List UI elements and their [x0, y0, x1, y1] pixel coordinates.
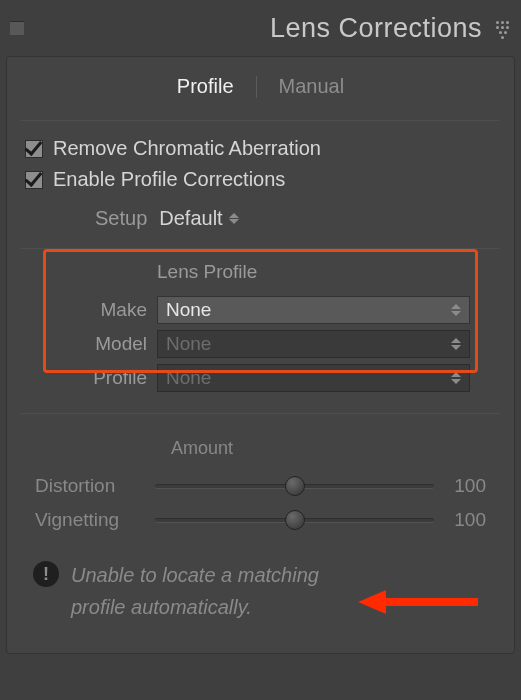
- distortion-slider[interactable]: [155, 475, 434, 497]
- profile-value: None: [166, 367, 211, 389]
- model-value: None: [166, 333, 211, 355]
- panel-body: Profile Manual Remove Chromatic Aberrati…: [6, 56, 515, 654]
- model-dropdown[interactable]: None: [157, 330, 470, 358]
- make-value: None: [166, 299, 211, 321]
- distortion-label: Distortion: [35, 475, 143, 497]
- lens-profile-title: Lens Profile: [51, 259, 470, 293]
- slider-thumb[interactable]: [285, 510, 305, 530]
- vignetting-slider[interactable]: [155, 509, 434, 531]
- distortion-value[interactable]: 100: [446, 475, 486, 497]
- setup-row: Setup Default: [25, 195, 496, 248]
- svg-marker-1: [358, 590, 386, 614]
- make-row: Make None: [51, 293, 470, 327]
- model-label: Model: [51, 333, 147, 355]
- slider-thumb[interactable]: [285, 476, 305, 496]
- tab-manual[interactable]: Manual: [275, 75, 349, 98]
- panel-header: Lens Corrections: [0, 0, 521, 56]
- vignetting-value[interactable]: 100: [446, 509, 486, 531]
- vignetting-row: Vignetting 100: [35, 503, 486, 537]
- setup-dropdown[interactable]: Default: [159, 207, 238, 230]
- divider: [21, 413, 500, 414]
- model-row: Model None: [51, 327, 470, 361]
- panel-title: Lens Corrections: [24, 13, 482, 44]
- stepper-icon: [229, 213, 239, 224]
- vignetting-label: Vignetting: [35, 509, 143, 531]
- profile-label: Profile: [51, 367, 147, 389]
- lens-profile-section: Lens Profile Make None Model None Profil…: [51, 259, 470, 395]
- stepper-icon: [451, 338, 461, 350]
- profile-row: Profile None: [51, 361, 470, 395]
- profile-dropdown[interactable]: None: [157, 364, 470, 392]
- amount-title: Amount: [35, 438, 486, 459]
- setup-label: Setup: [95, 207, 147, 230]
- panel-disclosure-icon[interactable]: [10, 21, 24, 35]
- make-label: Make: [51, 299, 147, 321]
- checkbox-section: Remove Chromatic Aberration Enable Profi…: [7, 121, 514, 248]
- tab-separator: [256, 76, 257, 98]
- checkmark-icon: [25, 171, 43, 189]
- distortion-row: Distortion 100: [35, 469, 486, 503]
- enable-profile-checkbox-row[interactable]: Enable Profile Corrections: [25, 164, 496, 195]
- tab-profile[interactable]: Profile: [173, 75, 238, 98]
- stepper-icon: [451, 372, 461, 384]
- annotation-arrow-icon: [358, 587, 478, 617]
- enable-profile-label: Enable Profile Corrections: [53, 168, 285, 191]
- warning-row: ! Unable to locate a matching profile au…: [33, 559, 486, 623]
- amount-section: Amount Distortion 100 Vignetting 100: [35, 438, 486, 537]
- checkmark-icon: [25, 140, 43, 158]
- tab-row: Profile Manual: [7, 57, 514, 120]
- remove-chroma-checkbox-row[interactable]: Remove Chromatic Aberration: [25, 133, 496, 164]
- stepper-icon: [451, 304, 461, 316]
- setup-value: Default: [159, 207, 222, 230]
- divider: [21, 248, 500, 249]
- warning-text: Unable to locate a matching profile auto…: [71, 559, 371, 623]
- remove-chroma-label: Remove Chromatic Aberration: [53, 137, 321, 160]
- make-dropdown[interactable]: None: [157, 296, 470, 324]
- warning-icon: !: [33, 561, 59, 587]
- panel-switch-icon[interactable]: [496, 17, 509, 39]
